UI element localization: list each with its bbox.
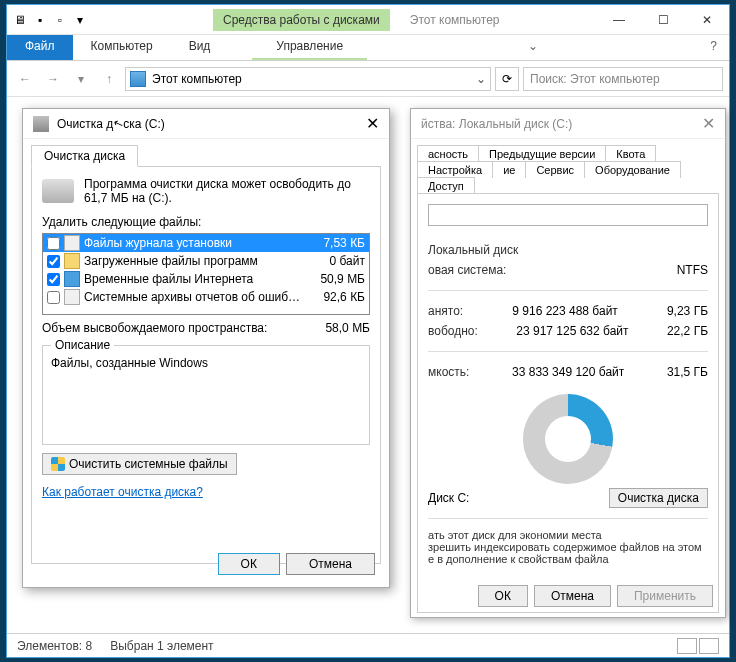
cleanup-intro-text: Программа очистки диска может освободить… xyxy=(84,177,370,205)
tab-manage[interactable]: Управление xyxy=(252,35,367,60)
file-type-icon xyxy=(64,253,80,269)
view-large-icon[interactable] xyxy=(699,638,719,654)
tab-previous-versions[interactable]: Предыдущие версии xyxy=(478,145,606,162)
file-size: 92,6 КБ xyxy=(305,290,365,304)
properties-dialog: йства: Локальный диск (C:) ✕ асность Пре… xyxy=(410,108,726,618)
cancel-button[interactable]: Отмена xyxy=(534,585,611,607)
cancel-button[interactable]: Отмена xyxy=(286,553,375,575)
maximize-button[interactable]: ☐ xyxy=(641,6,685,34)
qat-separator: ▪ xyxy=(31,11,49,29)
disk-caption: Диск C: xyxy=(428,491,469,505)
index-note1: зрешить индексировать содержимое файлов … xyxy=(428,541,708,553)
ok-button[interactable]: ОК xyxy=(478,585,528,607)
status-count: Элементов: 8 xyxy=(17,639,92,653)
total-label: Объем высвобождаемого пространства: xyxy=(42,321,267,335)
nav-history-icon[interactable]: ▾ xyxy=(69,67,93,91)
close-icon[interactable]: ✕ xyxy=(366,114,379,133)
file-type-icon xyxy=(64,235,80,251)
search-input[interactable]: Поиск: Этот компьютер xyxy=(523,67,723,91)
free-bytes: 23 917 125 632 байт xyxy=(516,324,628,338)
minimize-button[interactable]: — xyxy=(597,6,641,34)
file-checkbox[interactable] xyxy=(47,273,60,286)
compress-note: ать этот диск для экономии места xyxy=(428,529,708,541)
description-text: Файлы, созданные Windows xyxy=(51,356,361,370)
properties-titlebar: йства: Локальный диск (C:) ✕ xyxy=(411,109,725,139)
cleanup-title-pre: Очистка д xyxy=(57,117,113,131)
clean-system-label: Очистить системные файлы xyxy=(69,457,228,471)
index-note2: е в дополнение к свойствам файла xyxy=(428,553,708,565)
tab-general[interactable]: ие xyxy=(492,161,526,178)
nav-back-icon[interactable]: ← xyxy=(13,67,37,91)
ribbon-context-tab[interactable]: Средства работы с дисками xyxy=(213,9,390,31)
ribbon-collapse-icon[interactable]: ⌄ xyxy=(516,35,550,60)
view-details-icon[interactable] xyxy=(677,638,697,654)
qat: 🖥 ▪ ▫ ▾ xyxy=(7,11,93,29)
ok-button[interactable]: ОК xyxy=(218,553,280,575)
file-item[interactable]: Временные файлы Интернета50,9 МБ xyxy=(43,270,369,288)
address-field[interactable]: Этот компьютер ⌄ xyxy=(125,67,491,91)
file-checkbox[interactable] xyxy=(47,291,60,304)
how-it-works-link[interactable]: Как работает очистка диска? xyxy=(42,485,203,499)
properties-tabs: асность Предыдущие версии Квота Настройк… xyxy=(411,139,725,193)
pc-icon: 🖥 xyxy=(11,11,29,29)
drive-name-field[interactable] xyxy=(428,204,708,226)
usage-donut-chart xyxy=(523,394,613,484)
file-item[interactable]: Файлы журнала установки7,53 КБ xyxy=(43,234,369,252)
file-list[interactable]: Файлы журнала установки7,53 КБЗагруженны… xyxy=(42,233,370,315)
help-icon[interactable]: ? xyxy=(698,35,729,60)
tab-disk-cleanup[interactable]: Очистка диска xyxy=(31,145,138,167)
disk-cleanup-dialog: Очистка д↖ска (C:) ✕ Очистка диска Прогр… xyxy=(22,108,390,588)
properties-title: йства: Локальный диск (C:) xyxy=(421,117,572,131)
statusbar: Элементов: 8 Выбран 1 элемент xyxy=(7,633,729,657)
qat-dropdown[interactable]: ▾ xyxy=(71,11,89,29)
files-to-delete-label: Удалить следующие файлы: xyxy=(42,215,370,229)
fs-label: овая система: xyxy=(428,263,506,277)
file-name: Загруженные файлы программ xyxy=(84,254,301,268)
apply-button[interactable]: Применить xyxy=(617,585,713,607)
nav-up-icon[interactable]: ↑ xyxy=(97,67,121,91)
address-text: Этот компьютер xyxy=(152,72,242,86)
file-size: 50,9 МБ xyxy=(305,272,365,286)
capacity-gb: 31,5 ГБ xyxy=(667,365,708,379)
tab-quota[interactable]: Квота xyxy=(605,145,656,162)
file-type-icon xyxy=(64,271,80,287)
properties-body: Локальный диск овая система:NTFS анято:9… xyxy=(417,193,719,613)
file-size: 7,53 КБ xyxy=(305,236,365,250)
tab-tools[interactable]: Сервис xyxy=(525,161,585,178)
used-gb: 9,23 ГБ xyxy=(667,304,708,318)
explorer-titlebar: 🖥 ▪ ▫ ▾ Средства работы с дисками Этот к… xyxy=(7,5,729,35)
close-icon[interactable]: ✕ xyxy=(702,114,715,133)
tab-security[interactable]: асность xyxy=(417,145,479,162)
tab-file[interactable]: Файл xyxy=(7,35,73,60)
address-dropdown-icon[interactable]: ⌄ xyxy=(476,72,486,86)
drive-icon xyxy=(130,71,146,87)
ribbon-tabs: Файл Компьютер Вид Управление ⌄ ? xyxy=(7,35,729,61)
file-type-icon xyxy=(64,289,80,305)
tab-customize[interactable]: Настройка xyxy=(417,161,493,178)
file-size: 0 байт xyxy=(305,254,365,268)
cleanup-icon xyxy=(33,116,49,132)
file-name: Временные файлы Интернета xyxy=(84,272,301,286)
file-item[interactable]: Загруженные файлы программ0 байт xyxy=(43,252,369,270)
used-label: анято: xyxy=(428,304,463,318)
file-item[interactable]: Системные архивы отчетов об ошиб…92,6 КБ xyxy=(43,288,369,306)
tab-computer[interactable]: Компьютер xyxy=(73,35,171,60)
tab-sharing[interactable]: Доступ xyxy=(417,177,475,194)
close-button[interactable]: ✕ xyxy=(685,6,729,34)
address-bar: ← → ▾ ↑ Этот компьютер ⌄ ⟳ Поиск: Этот к… xyxy=(7,61,729,97)
capacity-label: мкость: xyxy=(428,365,469,379)
tab-view[interactable]: Вид xyxy=(171,35,229,60)
tab-hardware[interactable]: Оборудование xyxy=(584,161,681,178)
refresh-button[interactable]: ⟳ xyxy=(495,67,519,91)
file-name: Файлы журнала установки xyxy=(84,236,301,250)
used-bytes: 9 916 223 488 байт xyxy=(512,304,618,318)
file-checkbox[interactable] xyxy=(47,255,60,268)
qat-item[interactable]: ▫ xyxy=(51,11,69,29)
capacity-bytes: 33 833 349 120 байт xyxy=(512,365,624,379)
description-legend: Описание xyxy=(51,338,114,352)
disk-cleanup-button[interactable]: Очистка диска xyxy=(609,488,708,508)
file-checkbox[interactable] xyxy=(47,237,60,250)
nav-forward-icon[interactable]: → xyxy=(41,67,65,91)
clean-system-files-button[interactable]: Очистить системные файлы xyxy=(42,453,237,475)
file-name: Системные архивы отчетов об ошиб… xyxy=(84,290,301,304)
